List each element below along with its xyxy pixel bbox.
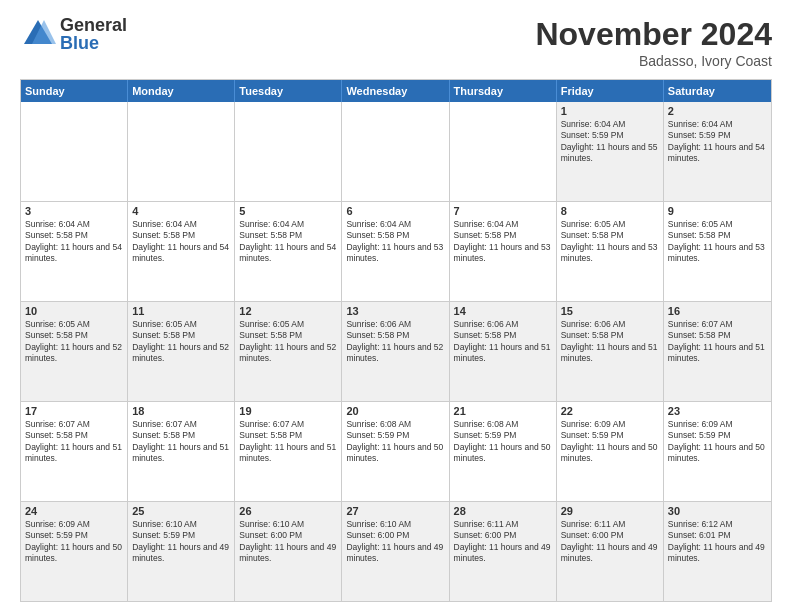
- day-number: 6: [346, 205, 444, 217]
- day-number: 12: [239, 305, 337, 317]
- day-number: 20: [346, 405, 444, 417]
- day-number: 24: [25, 505, 123, 517]
- calendar-cell: 21Sunrise: 6:08 AMSunset: 5:59 PMDayligh…: [450, 402, 557, 501]
- calendar-cell: 29Sunrise: 6:11 AMSunset: 6:00 PMDayligh…: [557, 502, 664, 601]
- calendar-cell: 28Sunrise: 6:11 AMSunset: 6:00 PMDayligh…: [450, 502, 557, 601]
- day-number: 17: [25, 405, 123, 417]
- day-number: 29: [561, 505, 659, 517]
- calendar-cell: 2Sunrise: 6:04 AMSunset: 5:59 PMDaylight…: [664, 102, 771, 201]
- day-number: 23: [668, 405, 767, 417]
- calendar-cell: 1Sunrise: 6:04 AMSunset: 5:59 PMDaylight…: [557, 102, 664, 201]
- calendar-cell: 26Sunrise: 6:10 AMSunset: 6:00 PMDayligh…: [235, 502, 342, 601]
- day-number: 22: [561, 405, 659, 417]
- calendar-cell: 10Sunrise: 6:05 AMSunset: 5:58 PMDayligh…: [21, 302, 128, 401]
- day-number: 21: [454, 405, 552, 417]
- day-number: 1: [561, 105, 659, 117]
- day-info: Sunrise: 6:04 AMSunset: 5:59 PMDaylight:…: [668, 119, 767, 165]
- day-info: Sunrise: 6:04 AMSunset: 5:58 PMDaylight:…: [25, 219, 123, 265]
- page: General Blue November 2024 Badasso, Ivor…: [0, 0, 792, 612]
- day-info: Sunrise: 6:05 AMSunset: 5:58 PMDaylight:…: [25, 319, 123, 365]
- calendar-cell: 27Sunrise: 6:10 AMSunset: 6:00 PMDayligh…: [342, 502, 449, 601]
- calendar-header-cell: Tuesday: [235, 80, 342, 102]
- day-number: 19: [239, 405, 337, 417]
- calendar-header-cell: Monday: [128, 80, 235, 102]
- calendar-cell: 18Sunrise: 6:07 AMSunset: 5:58 PMDayligh…: [128, 402, 235, 501]
- calendar-header-cell: Thursday: [450, 80, 557, 102]
- day-info: Sunrise: 6:11 AMSunset: 6:00 PMDaylight:…: [561, 519, 659, 565]
- logo-blue: Blue: [60, 34, 127, 52]
- day-number: 4: [132, 205, 230, 217]
- calendar-cell: 19Sunrise: 6:07 AMSunset: 5:58 PMDayligh…: [235, 402, 342, 501]
- logo-icon: [20, 16, 56, 52]
- calendar-cell: 20Sunrise: 6:08 AMSunset: 5:59 PMDayligh…: [342, 402, 449, 501]
- calendar-cell: 24Sunrise: 6:09 AMSunset: 5:59 PMDayligh…: [21, 502, 128, 601]
- day-info: Sunrise: 6:07 AMSunset: 5:58 PMDaylight:…: [25, 419, 123, 465]
- day-info: Sunrise: 6:07 AMSunset: 5:58 PMDaylight:…: [239, 419, 337, 465]
- day-number: 25: [132, 505, 230, 517]
- calendar-cell: [128, 102, 235, 201]
- day-info: Sunrise: 6:05 AMSunset: 5:58 PMDaylight:…: [132, 319, 230, 365]
- calendar: SundayMondayTuesdayWednesdayThursdayFrid…: [20, 79, 772, 602]
- calendar-row: 24Sunrise: 6:09 AMSunset: 5:59 PMDayligh…: [21, 501, 771, 601]
- location-title: Badasso, Ivory Coast: [535, 53, 772, 69]
- calendar-cell: [342, 102, 449, 201]
- calendar-header-cell: Sunday: [21, 80, 128, 102]
- calendar-row: 10Sunrise: 6:05 AMSunset: 5:58 PMDayligh…: [21, 301, 771, 401]
- calendar-cell: 13Sunrise: 6:06 AMSunset: 5:58 PMDayligh…: [342, 302, 449, 401]
- title-area: November 2024 Badasso, Ivory Coast: [535, 16, 772, 69]
- day-info: Sunrise: 6:09 AMSunset: 5:59 PMDaylight:…: [25, 519, 123, 565]
- day-info: Sunrise: 6:04 AMSunset: 5:58 PMDaylight:…: [132, 219, 230, 265]
- day-info: Sunrise: 6:05 AMSunset: 5:58 PMDaylight:…: [561, 219, 659, 265]
- month-title: November 2024: [535, 16, 772, 53]
- calendar-header-cell: Wednesday: [342, 80, 449, 102]
- day-number: 7: [454, 205, 552, 217]
- day-info: Sunrise: 6:05 AMSunset: 5:58 PMDaylight:…: [239, 319, 337, 365]
- day-number: 28: [454, 505, 552, 517]
- calendar-row: 1Sunrise: 6:04 AMSunset: 5:59 PMDaylight…: [21, 102, 771, 201]
- day-info: Sunrise: 6:04 AMSunset: 5:59 PMDaylight:…: [561, 119, 659, 165]
- calendar-cell: [450, 102, 557, 201]
- day-info: Sunrise: 6:10 AMSunset: 6:00 PMDaylight:…: [346, 519, 444, 565]
- logo-text: General Blue: [60, 16, 127, 52]
- day-number: 15: [561, 305, 659, 317]
- day-info: Sunrise: 6:07 AMSunset: 5:58 PMDaylight:…: [668, 319, 767, 365]
- calendar-cell: 16Sunrise: 6:07 AMSunset: 5:58 PMDayligh…: [664, 302, 771, 401]
- calendar-cell: 9Sunrise: 6:05 AMSunset: 5:58 PMDaylight…: [664, 202, 771, 301]
- day-info: Sunrise: 6:08 AMSunset: 5:59 PMDaylight:…: [346, 419, 444, 465]
- day-number: 26: [239, 505, 337, 517]
- day-number: 18: [132, 405, 230, 417]
- calendar-row: 3Sunrise: 6:04 AMSunset: 5:58 PMDaylight…: [21, 201, 771, 301]
- day-info: Sunrise: 6:06 AMSunset: 5:58 PMDaylight:…: [346, 319, 444, 365]
- day-info: Sunrise: 6:04 AMSunset: 5:58 PMDaylight:…: [454, 219, 552, 265]
- day-info: Sunrise: 6:10 AMSunset: 6:00 PMDaylight:…: [239, 519, 337, 565]
- day-info: Sunrise: 6:08 AMSunset: 5:59 PMDaylight:…: [454, 419, 552, 465]
- calendar-row: 17Sunrise: 6:07 AMSunset: 5:58 PMDayligh…: [21, 401, 771, 501]
- calendar-cell: [21, 102, 128, 201]
- calendar-header: SundayMondayTuesdayWednesdayThursdayFrid…: [21, 80, 771, 102]
- calendar-header-cell: Saturday: [664, 80, 771, 102]
- day-info: Sunrise: 6:05 AMSunset: 5:58 PMDaylight:…: [668, 219, 767, 265]
- calendar-cell: 7Sunrise: 6:04 AMSunset: 5:58 PMDaylight…: [450, 202, 557, 301]
- day-info: Sunrise: 6:09 AMSunset: 5:59 PMDaylight:…: [561, 419, 659, 465]
- day-number: 30: [668, 505, 767, 517]
- day-info: Sunrise: 6:06 AMSunset: 5:58 PMDaylight:…: [454, 319, 552, 365]
- calendar-cell: 17Sunrise: 6:07 AMSunset: 5:58 PMDayligh…: [21, 402, 128, 501]
- calendar-cell: 15Sunrise: 6:06 AMSunset: 5:58 PMDayligh…: [557, 302, 664, 401]
- calendar-cell: 12Sunrise: 6:05 AMSunset: 5:58 PMDayligh…: [235, 302, 342, 401]
- calendar-cell: 25Sunrise: 6:10 AMSunset: 5:59 PMDayligh…: [128, 502, 235, 601]
- logo-general: General: [60, 16, 127, 34]
- day-number: 13: [346, 305, 444, 317]
- day-number: 10: [25, 305, 123, 317]
- day-number: 9: [668, 205, 767, 217]
- day-info: Sunrise: 6:09 AMSunset: 5:59 PMDaylight:…: [668, 419, 767, 465]
- day-number: 3: [25, 205, 123, 217]
- day-number: 27: [346, 505, 444, 517]
- day-info: Sunrise: 6:04 AMSunset: 5:58 PMDaylight:…: [346, 219, 444, 265]
- calendar-cell: 22Sunrise: 6:09 AMSunset: 5:59 PMDayligh…: [557, 402, 664, 501]
- day-info: Sunrise: 6:06 AMSunset: 5:58 PMDaylight:…: [561, 319, 659, 365]
- day-number: 11: [132, 305, 230, 317]
- calendar-header-cell: Friday: [557, 80, 664, 102]
- calendar-cell: 6Sunrise: 6:04 AMSunset: 5:58 PMDaylight…: [342, 202, 449, 301]
- day-number: 5: [239, 205, 337, 217]
- calendar-cell: 3Sunrise: 6:04 AMSunset: 5:58 PMDaylight…: [21, 202, 128, 301]
